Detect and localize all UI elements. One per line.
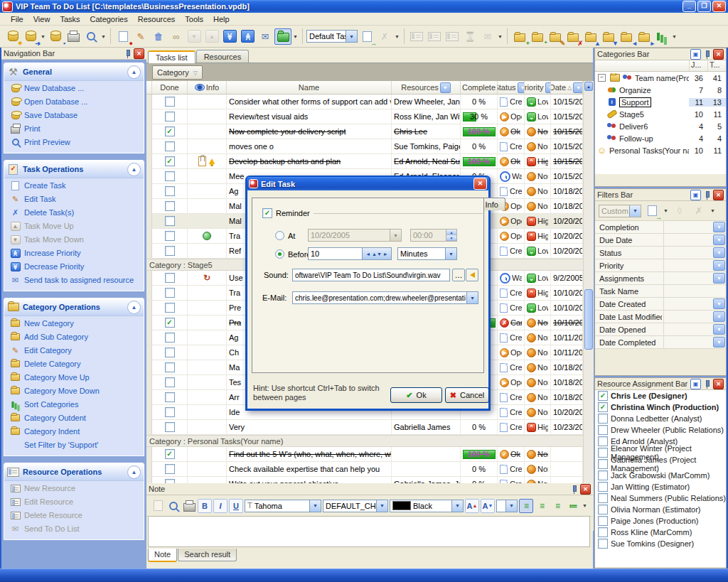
charset-combo[interactable]: DEFAULT_CHAR▼ [323,500,388,512]
done-checkbox[interactable] [165,201,175,211]
menu-resources[interactable]: Resources [133,14,181,25]
filter-row-due-date[interactable]: Due Date▼ [595,234,726,247]
filter-dropdown-icon[interactable]: ▼ [440,82,451,93]
clear-filter-button[interactable]: ◊ [671,203,688,219]
nav-item-new-category[interactable]: New Category [4,316,144,330]
scrollbar-thumb[interactable] [584,289,593,350]
delete-filter-button[interactable]: ✗ [690,203,707,219]
pin-icon[interactable] [569,485,579,494]
resource-checkbox[interactable] [598,516,608,526]
done-cell[interactable] [152,229,188,243]
done-checkbox[interactable] [165,392,175,402]
done-cell[interactable] [152,139,188,153]
save-database-button[interactable]: ▪ [47,28,64,45]
filter-value[interactable]: ▼ [663,323,726,335]
done-checkbox[interactable] [165,347,175,357]
category-outdent-button[interactable]: ◂ [618,28,635,45]
send-task-button[interactable]: ✉ [257,28,274,45]
before-unit-combo[interactable]: Minutes▼ [397,247,457,260]
cancel-button[interactable]: ✖Cancel [445,387,489,403]
filter-row-status[interactable]: Status▼ [595,247,726,259]
resource-checkbox[interactable] [598,414,608,424]
print-button[interactable] [65,28,82,45]
resource-checkbox[interactable] [598,459,608,469]
resource-checkbox[interactable] [598,505,608,514]
task-name-cell[interactable]: Check available expertise that can help … [227,462,392,476]
column-name[interactable]: Name [227,81,392,94]
decrease-font-button[interactable]: A▼ [481,499,495,513]
resource-item[interactable]: Jack Grabowski (MarComm) [595,470,726,481]
done-cell[interactable] [152,420,188,434]
collapse-chevron-icon[interactable]: ▲ [127,301,141,314]
column-resources[interactable]: Resources▼ [392,81,461,94]
nav-item-print[interactable]: Print [4,122,144,135]
group-by-category-button[interactable]: Category▽ [152,65,203,80]
done-cell[interactable] [152,184,188,198]
done-checkbox[interactable] [165,246,175,256]
done-checkbox[interactable] [165,171,175,181]
filter-row-date-last-modified[interactable]: Date Last Modified▼ [595,311,726,323]
print-preview-button[interactable] [82,28,100,45]
nav-item-print-preview[interactable]: Print Preview [4,135,144,149]
resource-item[interactable]: Chris Lee (Designer) [595,390,726,402]
done-cell[interactable] [152,301,188,315]
sort-categories-button[interactable] [653,28,670,45]
nav-item-category-outdent[interactable]: Category Outdent [4,411,144,424]
filter-row-completion[interactable]: Completion▼ [595,221,726,234]
done-checkbox[interactable] [165,288,175,298]
filter-row-date-created[interactable]: Date Created▼ [595,298,726,311]
scroll-up-icon[interactable]: ▲ [584,82,593,91]
nav-item-edit-task[interactable]: ✎Edit Task [4,192,144,205]
menu-tools[interactable]: Tools [180,14,208,25]
filter-row-assignments[interactable]: Assignments▼ [595,272,726,285]
category-dropdown[interactable]: ▼ [671,28,678,44]
apply-filter-button[interactable]: → [643,203,660,219]
category-tree-item[interactable]: −Team name(Project name)3641 [595,72,726,84]
align-right-button[interactable]: ≡ [550,499,564,513]
filter-dropdown-icon[interactable]: ▼ [518,82,525,93]
resource-checkbox[interactable] [598,470,608,480]
done-cell[interactable] [152,462,188,476]
pin-icon[interactable] [702,379,712,389]
category-tree-item[interactable]: Stage51011 [595,108,726,120]
category-tree-item[interactable]: iSupport1113 [595,96,726,108]
resource-item[interactable]: Donna Ledbetter (Analyst) [595,413,726,424]
task-name-cell[interactable]: Very [227,420,392,434]
dialog-titlebar[interactable]: Edit Task ✕ [247,177,489,190]
font-size-combo[interactable]: ▼ [496,500,518,512]
nav-item-save-database[interactable]: Save Database [4,108,144,122]
done-cell[interactable] [152,286,188,300]
resource-item[interactable]: Jan Witting (Estimator) [595,481,726,492]
pin-icon[interactable] [702,190,712,200]
task-name-cell[interactable]: Develop backup charts and plan [227,154,392,168]
edit-resource-button[interactable] [426,28,443,45]
done-checkbox[interactable] [165,318,175,328]
resource-item[interactable]: Olivia Norman (Estimator) [595,504,726,515]
nav-item-increase-priority[interactable]: ≫Increase Priority [4,246,144,259]
done-checkbox[interactable] [165,156,175,166]
resource-checkbox[interactable] [598,436,608,446]
done-cell[interactable] [152,109,188,124]
category-tree-item[interactable]: Deliver645 [595,120,726,132]
done-checkbox[interactable] [165,112,175,122]
done-checkbox[interactable] [165,126,175,136]
column-priority[interactable]: Priority▼ [525,81,551,94]
edit-category-button[interactable]: ✎ [547,28,564,45]
resource-checkbox[interactable] [598,539,608,549]
new-category-button[interactable]: + [511,28,528,45]
done-checkbox[interactable] [165,422,175,432]
note-send-button[interactable] [151,499,165,513]
receive-todo-button[interactable]: ✉ [479,28,496,45]
category-tree-item[interactable]: ☺Personal Tasks(Your name)1011 [595,144,726,156]
nav-item-task-move-down[interactable]: ▼Task Move Down [4,232,144,246]
nav-item-category-move-down[interactable]: Category Move Down [4,384,144,397]
note-text-area[interactable] [148,516,590,547]
table-row[interactable]: Now complete your delivery scriptChris L… [146,124,583,139]
sound-input[interactable]: oftware\VIP Team To Do List\Sound\virgin… [292,269,450,281]
tab-tasks-list[interactable]: Tasks list [148,50,196,63]
table-row[interactable]: Check available expertise that can help … [146,462,583,477]
task-name-cell[interactable]: Find out the 5 W's (who, what, when, whe… [227,447,392,461]
chevron-down-icon[interactable]: ▼ [713,337,725,347]
tree-expander-icon[interactable]: − [598,74,606,82]
filter-value[interactable]: ▼ [663,259,726,271]
